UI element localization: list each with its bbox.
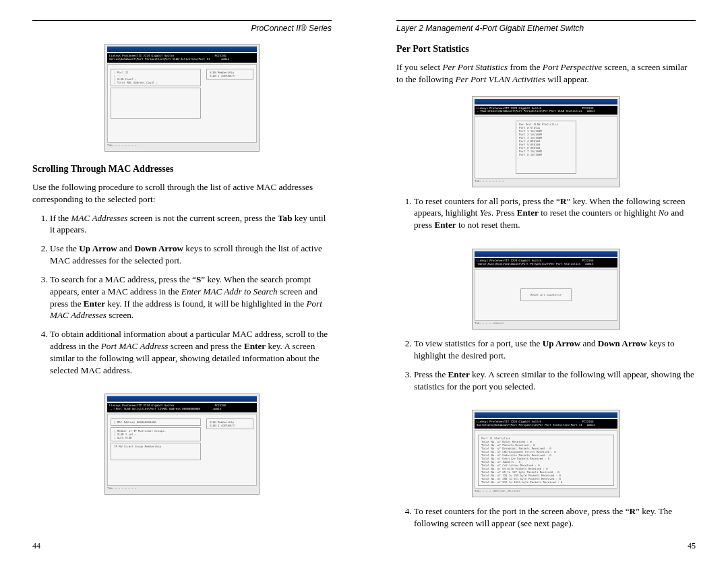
vlan-membership-box: VLAN Membership VLAN 1 (DEFAULT) [206,418,253,429]
terminal-header: Linksys ProConnectII 2224 Gigabit Switch… [107,53,257,63]
terminal-body: | MAC Address 000000000000 | Member of I… [107,414,257,486]
vlan-membership-box: VLAN Membership VLAN 1 (DEFAULT) [206,69,253,80]
intro-paragraph-right: If you select Per Port Statistics from t… [396,61,696,86]
page-number-left: 44 [32,541,40,551]
running-head-right: Layer 2 Management 4-Port Gigabit Ethern… [396,20,696,33]
screenshot-port-vlan-activities: Linksys ProConnectII 2224 Gigabit Switch… [104,44,260,152]
step-r1: To reset counters for all ports, press t… [414,195,696,231]
terminal-header: Linksys ProConnectII 2224 Gigabit Switch… [475,106,617,115]
page-left: ProConnect II® Series Linksys ProConnect… [0,0,364,562]
terminal-body: Per Port VLAN Statistics Port # Status P… [475,116,617,178]
terminal-footer: Tab= = = = = = = = [107,143,257,149]
terminal-header: Linksys ProConnectII 2224 Gigabit Switch… [107,403,257,412]
terminal-footer: Tab= = = = =Refresh =R=reset [475,489,617,495]
port-info-box: | Port 11 | ------ | VLAN Count : | Tota… [111,69,201,86]
steps-list-right-a: To reset counters for all ports, press t… [396,195,696,238]
window-titlebar [475,251,617,257]
terminal-footer: Tab= = = = = = = = [107,486,257,492]
section-title-scrolling: Scrolling Through MAC Addresses [32,164,332,175]
intro-paragraph: Use the following procedure to scroll th… [32,181,332,206]
screenshot-2-wrap: Linksys ProConnectII 2224 Gigabit Switch… [32,394,332,495]
mac-info-box: | MAC Address 000000000000 [111,418,201,426]
step-1: If the MAC Addresses screen is not the c… [50,212,332,237]
terminal-footer: Tab= = = = =Cancel [475,321,617,327]
terminal-header: Linksys ProConnectII 2224 Gigabit Switch… [475,258,617,268]
terminal-body: Reset All Counters? [475,269,617,321]
step-r4: To reset counters for the port in the sc… [414,505,696,530]
screenshot-mac-address-detail: Linksys ProConnectII 2224 Gigabit Switch… [104,394,260,495]
window-titlebar [107,46,257,52]
steps-list-left: If the MAC Addresses screen is not the c… [32,212,332,383]
terminal-footer: Tab= = = = = = = = [475,179,617,185]
step-2: Use the Up Arrow and Down Arrow keys to … [50,243,332,267]
terminal-body: | Port 11 | ------ | VLAN Count : | Tota… [107,64,257,143]
page-number-right: 45 [688,541,696,551]
section-title-per-port: Per Port Statistics [396,44,696,55]
screenshot-3-wrap: Linksys ProConnectII 2224 Gigabit Switch… [396,96,696,187]
steps-list-right-c: To reset counters for the port in the sc… [396,505,696,536]
step-3: To search for a MAC address, press the “… [50,274,332,321]
terminal-body: Port 11 Statistics Total No. of Bytes Re… [475,430,617,489]
steps-list-right-b: To view statistics for a port, use the U… [396,338,696,399]
screenshot-1-wrap: Linksys ProConnectII 2224 Gigabit Switch… [32,44,332,152]
screenshot-port-statistics-detail: Linksys ProConnectII 2224 Gigabit Switch… [472,410,620,497]
stats-box: Port 11 Statistics Total No. of Bytes Re… [478,435,614,486]
window-titlebar [107,396,257,402]
running-head-left: ProConnect II® Series [32,20,332,33]
screenshot-5-wrap: Linksys ProConnectII 2224 Gigabit Switch… [396,410,696,497]
screenshot-4-wrap: Linksys ProConnectII 2224 Gigabit Switch… [396,249,696,330]
page-right: Layer 2 Management 4-Port Gigabit Ethern… [364,0,728,562]
window-titlebar [475,99,617,104]
mac-detail-box: | Member of IP Multicast Groups: | VLAN … [111,427,201,441]
step-4: To obtain additional information about a… [50,328,332,376]
ip-multicast-box: IP Multicast Group Membership [111,443,201,460]
port-table: Per Port VLAN Statistics Port # Status P… [516,121,576,173]
screenshot-per-port-stats-list: Linksys ProConnectII 2224 Gigabit Switch… [472,96,620,187]
terminal-header: Linksys ProConnectII 2224 Gigabit Switch… [475,419,617,429]
mac-list-box [111,88,201,119]
window-titlebar [475,412,617,418]
step-r3: Press the Enter key. A screen similar to… [414,369,696,393]
screenshot-reset-counters: Linksys ProConnectII 2224 Gigabit Switch… [472,249,620,330]
reset-dialog: Reset All Counters? [520,288,572,301]
two-page-spread: ProConnect II® Series Linksys ProConnect… [0,0,728,562]
step-r2: To view statistics for a port, use the U… [414,338,696,362]
